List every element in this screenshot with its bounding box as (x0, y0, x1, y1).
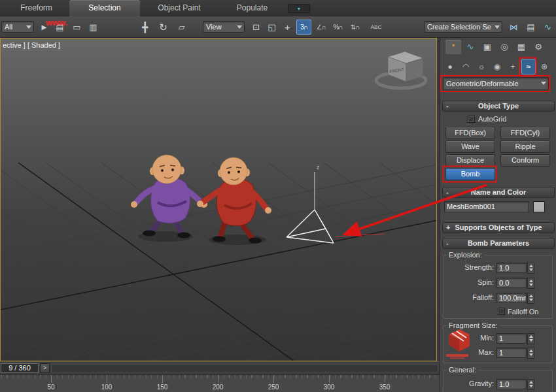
falloff-on-checkbox[interactable] (498, 308, 505, 315)
window-crossing-icon[interactable]: ▥ (86, 20, 101, 35)
tab-create[interactable]: * (445, 40, 461, 54)
percent-snap-icon[interactable]: %∩ (330, 20, 345, 35)
spinner-snap-icon[interactable]: ⇅∩ (347, 20, 362, 35)
select-and-move-icon[interactable]: ╋ (137, 20, 152, 35)
spin-input[interactable]: 0.0 (496, 278, 527, 288)
rollout-object-type[interactable]: - Object Type (442, 101, 555, 112)
spin-label: Spin: (440, 278, 494, 286)
select-and-rotate-icon[interactable]: ↻ (156, 20, 171, 35)
category-lights[interactable]: ☼ (474, 59, 489, 74)
rollout-title: Supports Objects of Type (455, 223, 542, 231)
viewport-label: ective ] [ Shaded ] (3, 41, 60, 49)
select-and-manipulate-icon[interactable]: + (280, 20, 295, 35)
layer-manager-icon[interactable]: ▤ (523, 20, 538, 35)
select-and-scale-icon[interactable]: ▱ (174, 20, 189, 35)
conform-button[interactable]: Conform (500, 154, 550, 167)
max-spinner[interactable] (527, 348, 534, 359)
tick-label: 300 (324, 384, 335, 391)
rollout-bomb-parameters[interactable]: - Bomb Parameters (442, 238, 555, 249)
min-spinner[interactable] (527, 333, 534, 344)
falloff-label: Falloff: (440, 293, 494, 301)
snaps-toggle-icon[interactable]: 3∩ (296, 20, 311, 35)
selection-filter-dropdown[interactable]: All (1, 21, 34, 33)
viewport-canvas: FRONT (1, 39, 436, 361)
rollout-supports-objects[interactable]: + Supports Objects of Type (442, 222, 555, 233)
perspective-viewport[interactable]: ective ] [ Shaded ] (0, 38, 437, 361)
ribbon-tab-selection[interactable]: Selection (69, 0, 140, 16)
autogrid-label: AutoGrid (478, 115, 506, 123)
select-object-icon[interactable]: ► (37, 20, 52, 35)
strength-input[interactable]: 1.0 (496, 263, 527, 273)
ribbon-tab-populate[interactable]: Populate (218, 0, 287, 16)
tab-utilities[interactable]: ⚙ (530, 40, 546, 54)
falloff-input[interactable]: 100.0mm (496, 293, 527, 303)
curve-editor-icon[interactable]: ∿ (540, 20, 555, 35)
bomb-button[interactable]: Bomb (445, 168, 495, 180)
viewcube[interactable]: FRONT (376, 52, 426, 88)
fragment-size-title: Fragment Size: (447, 321, 500, 329)
displace-button[interactable]: Displace (445, 154, 495, 167)
ffd-cyl-button[interactable]: FFD(Cyl) (500, 127, 550, 139)
tab-display[interactable]: ▦ (513, 40, 529, 54)
wave-button[interactable]: Wave (445, 140, 495, 153)
autogrid-checkbox[interactable] (468, 116, 475, 123)
tab-modify[interactable]: ∿ (462, 40, 478, 54)
category-cameras[interactable]: ◉ (490, 59, 504, 74)
command-panel: * ∿ ▣ ◎ ▦ ⚙ ● ◠ ☼ ◉ + ≈ ⊛ Geometric/Defo… (440, 38, 556, 392)
bomb-spacewarp-gizmo[interactable]: z (287, 164, 384, 243)
max-label: Max: (440, 348, 494, 356)
rollout-collapse-icon: - (446, 101, 449, 111)
category-systems[interactable]: ⊛ (537, 59, 551, 74)
named-selection-dropdown[interactable]: Create Selection Se (424, 21, 502, 33)
falloff-spinner[interactable] (527, 293, 534, 304)
strength-spinner[interactable] (527, 263, 534, 274)
tab-hierarchy[interactable]: ▣ (479, 40, 495, 54)
tick-label: 350 (379, 384, 391, 391)
select-by-name-icon[interactable]: ▤ (52, 20, 67, 35)
category-helpers[interactable]: + (506, 59, 520, 74)
max-input[interactable]: 1 (496, 348, 527, 358)
time-slider-track[interactable] (51, 364, 438, 372)
ribbon-collapse-button[interactable]: ▼ (288, 4, 310, 13)
object-name-input[interactable]: MeshBomb001 (444, 201, 529, 212)
spin-spinner[interactable] (527, 278, 534, 289)
explosion-group-title: Explosion: (447, 251, 484, 259)
reference-coordinate-dropdown[interactable]: View (203, 21, 245, 33)
category-geometry[interactable]: ● (443, 59, 457, 74)
rectangular-selection-region-icon[interactable]: ▭ (69, 20, 84, 35)
ffd-box-button[interactable]: FFD(Box) (445, 127, 495, 139)
gravity-label: Gravity: (440, 380, 494, 387)
rollout-title: Bomb Parameters (468, 239, 529, 247)
falloff-on-label: Falloff On (508, 308, 539, 316)
track-bar-ruler[interactable]: 50 100 150 200 250 300 350 (0, 374, 440, 392)
ripple-button[interactable]: Ripple (500, 140, 550, 153)
min-label: Min: (440, 334, 494, 342)
axis-z-label: z (317, 164, 320, 171)
tick-label: 250 (268, 384, 279, 391)
category-shapes[interactable]: ◠ (459, 59, 473, 74)
character-red-monk (197, 157, 271, 244)
tab-motion[interactable]: ◎ (496, 40, 512, 54)
reference-coordinate-icon[interactable]: ⊡ (249, 20, 264, 35)
spacewarp-type-dropdown[interactable]: Geometric/Deformable (443, 77, 549, 90)
tick-label: 50 (47, 384, 54, 391)
current-frame-display[interactable]: 9 / 360 (1, 363, 39, 373)
rollout-name-and-color[interactable]: - Name and Color (442, 187, 555, 198)
object-color-swatch[interactable] (533, 201, 545, 212)
timeline: 9 / 360 > 50 100 150 200 250 300 350 (0, 361, 440, 392)
gravity-spinner[interactable] (527, 379, 534, 390)
ribbon-tab-object-paint[interactable]: Object Paint (143, 0, 216, 16)
mirror-icon[interactable]: ⋈ (506, 20, 521, 35)
use-pivot-point-icon[interactable]: ◱ (264, 20, 279, 35)
rollout-title: Name and Color (471, 188, 526, 196)
ribbon-tab-freeform[interactable]: Freeform (5, 0, 67, 16)
general-group-title: General: (447, 366, 478, 374)
min-input[interactable]: 1 (496, 333, 527, 344)
next-frame-button[interactable]: > (40, 363, 50, 373)
tick-label: 150 (157, 384, 168, 391)
gravity-input[interactable]: 1.0 (496, 379, 527, 389)
named-selection-sets-icon[interactable]: ABC (366, 20, 386, 35)
category-space-warps[interactable]: ≈ (521, 59, 536, 74)
angle-snap-icon[interactable]: ∠∩ (313, 20, 328, 35)
rollout-collapse-icon: - (446, 238, 449, 248)
